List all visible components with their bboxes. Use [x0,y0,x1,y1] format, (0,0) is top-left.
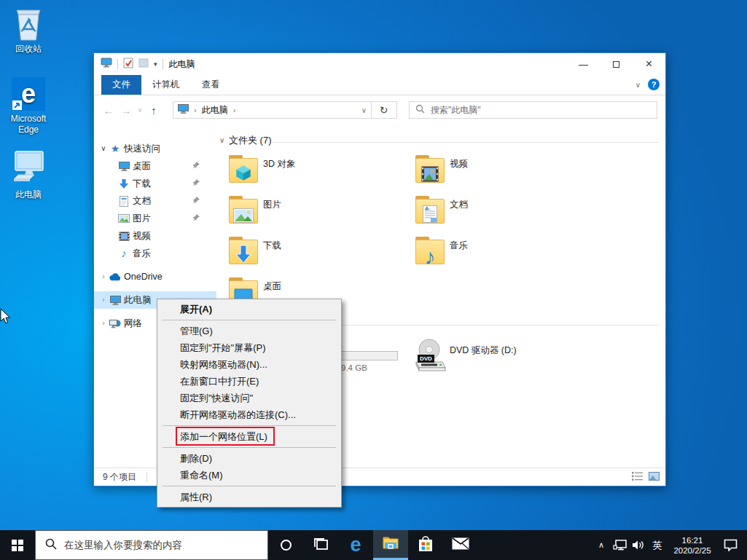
menu-item-manage[interactable]: 管理(G) [157,323,341,339]
search-box[interactable] [409,101,657,119]
properties-icon[interactable] [123,58,133,71]
store-taskbar-button[interactable] [408,530,443,560]
sidebar-item-onedrive[interactable]: › OneDrive [94,268,216,285]
up-button[interactable]: ↑ [145,104,163,117]
folder-tile-pictures[interactable]: 图片 [228,196,410,232]
close-button[interactable]: × [633,53,665,75]
tab-computer[interactable]: 计算机 [141,75,191,95]
chevron-right-icon[interactable]: › [99,291,108,309]
menu-item-expand[interactable]: 展开(A) [157,301,341,318]
file-explorer-taskbar-button[interactable] [373,530,408,560]
network-tray-icon[interactable] [610,540,629,551]
customize-toolbar-dropdown-icon[interactable]: ▾ [154,60,157,68]
cortana-button[interactable] [268,530,303,560]
window-system-icon[interactable] [101,58,112,71]
dvd-badge: DVD [418,355,434,363]
desktop-icon-edge[interactable]: e Microsoft Edge [0,77,57,135]
music-note-icon: ♪ [118,248,130,259]
edge-taskbar-button[interactable]: e [338,530,373,560]
chevron-down-icon[interactable]: ∨ [219,136,224,144]
menu-item-rename[interactable]: 重命名(M) [157,467,341,484]
pin-icon [192,196,200,206]
back-button[interactable]: ← [100,104,117,117]
language-indicator[interactable]: 英 [648,539,667,552]
menu-item-disconnect-network-drive[interactable]: 断开网络驱动器的连接(C)... [157,406,341,423]
tab-view[interactable]: 查看 [191,75,231,95]
task-view-button[interactable] [303,530,338,560]
context-menu: 展开(A) 管理(G) 固定到"开始"屏幕(P) 映射网络驱动器(N)... 在… [157,299,342,508]
folder-tile-3d-objects[interactable]: 3D 对象 [228,155,410,192]
microsoft-store-icon [418,536,434,555]
sidebar-item-documents[interactable]: 文档 [94,192,216,210]
this-pc-small-icon [178,104,189,116]
taskbar-search-box[interactable] [35,530,268,560]
desktop-icon-recycle-bin[interactable]: 回收站 [0,6,57,55]
menu-item-delete[interactable]: 删除(D) [157,450,341,467]
chevron-down-icon[interactable]: ∨ [99,140,108,157]
tab-file[interactable]: 文件 [101,75,141,95]
sidebar-item-videos[interactable]: 视频 [94,227,216,245]
sidebar-item-pictures[interactable]: 图片 [94,210,216,227]
recycle-bin-icon [0,6,57,41]
sidebar-item-desktop[interactable]: 桌面 [94,157,216,175]
pin-icon [192,161,200,171]
breadcrumb[interactable]: 此电脑 [202,104,228,117]
menu-separator [163,486,336,486]
clock[interactable]: 16:21 2020/2/25 [667,535,718,556]
folder-icon [228,237,259,264]
chevron-right-icon[interactable]: › [99,268,108,285]
sidebar-item-music[interactable]: ♪ 音乐 [94,245,216,262]
refresh-button[interactable]: ↻ [371,101,397,119]
folder-tile-videos[interactable]: 视频 [415,155,597,192]
edge-icon: e [0,77,57,111]
new-folder-icon[interactable] [138,58,149,71]
folder-tile-downloads[interactable]: 下载 [228,237,410,273]
search-input[interactable] [431,105,651,115]
start-button[interactable] [0,530,35,560]
help-button[interactable]: ? [648,79,660,90]
details-view-button[interactable] [632,472,643,483]
window-title: 此电脑 [169,58,195,71]
menu-item-open-in-new-window[interactable]: 在新窗口中打开(E) [157,373,341,390]
chevron-right-icon[interactable]: › [99,315,108,332]
folder-tile-documents[interactable]: A 文档 [415,196,597,232]
mail-taskbar-button[interactable] [443,530,478,560]
svg-text:A: A [425,206,429,211]
quick-access-star-icon: ★ [109,143,121,154]
ribbon-collapse-icon[interactable]: ∨ [635,81,641,89]
videos-icon [118,230,130,242]
dvd-drive-tile[interactable]: DVD DVD 驱动器 (D:) [412,339,601,375]
forward-button[interactable]: → [117,104,135,117]
network-icon [109,318,121,329]
recent-locations-dropdown-icon[interactable]: ∨ [135,106,145,114]
tray-time: 16:21 [667,535,718,545]
quick-access-toolbar: ▾ [94,58,163,71]
desktop-icon-label: 此电脑 [0,189,57,200]
menu-item-properties[interactable]: 属性(R) [157,489,341,505]
folder-icon: ♪ [415,237,445,264]
tray-show-hidden-icons[interactable]: ∧ [592,540,610,550]
volume-tray-icon[interactable] [629,540,648,551]
folder-tile-music[interactable]: ♪ 音乐 [415,237,597,273]
desktop-icon-this-pc[interactable]: 此电脑 [0,150,57,200]
address-dropdown-icon[interactable]: ∨ [361,106,367,114]
pictures-icon [118,213,130,224]
menu-item-pin-to-quick-access[interactable]: 固定到"快速访问" [157,390,341,406]
minimize-button[interactable]: — [567,53,600,75]
taskbar-search-input[interactable] [64,540,267,551]
address-bar[interactable]: › 此电脑 › ∨ [173,101,372,119]
sidebar-item-downloads[interactable]: 下载 [94,175,216,192]
breadcrumb-chevron-icon[interactable]: › [233,106,236,114]
menu-item-add-network-location[interactable]: 添加一个网络位置(L) [157,428,341,445]
group-header-folders[interactable]: ∨ 文件夹 (7) [216,134,665,149]
desktop-icon-label: 回收站 [0,44,57,55]
sidebar-item-quick-access[interactable]: ∨ ★ 快速访问 [94,140,216,157]
menu-item-pin-to-start[interactable]: 固定到"开始"屏幕(P) [157,339,341,356]
divider [163,59,163,69]
large-icons-view-button[interactable] [649,472,660,483]
menu-item-map-network-drive[interactable]: 映射网络驱动器(N)... [157,356,341,373]
action-center-icon[interactable] [718,539,743,551]
taskbar: e ∧ 英 16:21 2020/2/25 [0,530,747,560]
maximize-button[interactable] [600,53,633,75]
drive-capacity-text: 9.4 GB [341,363,367,372]
